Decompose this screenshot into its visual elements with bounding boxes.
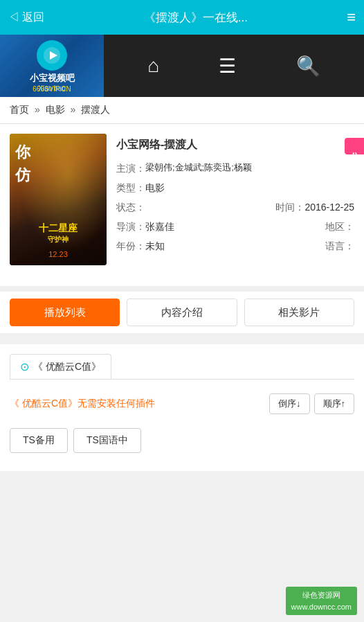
player-divider xyxy=(10,379,354,380)
order-btn-group: 倒序↓ 顺序↑ xyxy=(269,393,354,414)
status-row: 状态： 时间： 2016-12-25 xyxy=(116,197,354,217)
episode-list: TS备用TS国语中 xyxy=(10,420,354,461)
share-button[interactable]: 分享 xyxy=(345,138,364,154)
breadcrumb-home[interactable]: 首页 xyxy=(10,104,29,115)
breadcrumb-current: 摆渡人 xyxy=(81,104,110,115)
desc-order-button[interactable]: 倒序↓ xyxy=(269,393,310,414)
tab-row: 播放列表 内容介绍 相关影片 xyxy=(0,292,364,333)
cast-label: 主演： xyxy=(116,159,145,178)
poster-date: 12.23 xyxy=(10,250,107,258)
menu-icon[interactable]: ≡ xyxy=(347,8,356,26)
region-label: 地区： xyxy=(325,217,354,236)
tab-intro[interactable]: 内容介绍 xyxy=(127,299,237,326)
tab-playlist[interactable]: 播放列表 xyxy=(10,299,120,326)
poster-title: 十二星座 守护神 xyxy=(10,222,107,245)
player-section: ⊙ 《 优酷云C值》 《 优酷云C值》无需安装任何插件 倒序↓ 顺序↑ TS备用… xyxy=(0,344,364,471)
poster-image: 你 仿 十二星座 守护神 12.23 xyxy=(10,134,107,265)
banner-nav: ⌂ ☰ 🔍 xyxy=(104,55,364,78)
type-value: 电影 xyxy=(145,178,165,197)
list-icon[interactable]: ☰ xyxy=(219,55,236,78)
language-label: 语言： xyxy=(325,236,354,256)
type-row: 类型： 电影 xyxy=(116,178,354,197)
breadcrumb-cat[interactable]: 电影 xyxy=(46,104,65,115)
notice-row: 《 优酷云C值》无需安装任何插件 倒序↓ 顺序↑ xyxy=(10,388,354,420)
logo-url: 666SVIP.CN xyxy=(0,85,104,93)
status-label: 状态： xyxy=(116,197,145,217)
watermark-line1: 绿色资源网 xyxy=(291,589,352,601)
movie-details: 小宝网络-摆渡人 主演： 梁朝伟;金城武;陈奕迅;杨颖 类型： 电影 状态： 时… xyxy=(116,134,354,265)
notice-text: 《 优酷云C值》无需安装任何插件 xyxy=(10,398,155,410)
movie-title: 小宝网络-摆渡人 xyxy=(116,134,354,156)
back-button[interactable]: ◁ 返回 xyxy=(8,10,44,25)
type-label: 类型： xyxy=(116,178,145,197)
year-label: 年份： xyxy=(116,236,145,256)
breadcrumb: 首页 » 电影 » 摆渡人 xyxy=(0,97,364,124)
episode-button[interactable]: TS国语中 xyxy=(73,428,141,453)
tab-related[interactable]: 相关影片 xyxy=(244,299,354,326)
player-tab[interactable]: ⊙ 《 优酷云C值》 xyxy=(10,354,111,379)
time-label: 时间： xyxy=(275,197,304,217)
movie-content: 分享 你 仿 十二星座 守护神 12.23 小宝网络-摆渡人 主演： xyxy=(0,124,364,286)
watermark-line2: www.downcc.com xyxy=(291,601,352,613)
year-row: 年份： 未知 语言： xyxy=(116,236,354,256)
director-value: 张嘉佳 xyxy=(145,217,174,236)
play-circle-icon: ⊙ xyxy=(20,360,29,373)
player-tab-label: 《 优酷云C值》 xyxy=(33,361,101,373)
banner-area: 小宝视频吧 Xiao bao 666SVIP.CN ⌂ ☰ 🔍 xyxy=(0,35,364,97)
poster-text-top: 你 仿 xyxy=(15,141,30,186)
breadcrumb-sep2: » xyxy=(70,104,75,115)
header: ◁ 返回 《摆渡人》一在线... ≡ xyxy=(0,0,364,35)
cast-value: 梁朝伟;金城武;陈奕迅;杨颖 xyxy=(145,159,252,178)
page-title: 《摆渡人》一在线... xyxy=(44,10,347,26)
movie-info: 你 仿 十二星座 守护神 12.23 小宝网络-摆渡人 主演： 梁朝伟;金城武;… xyxy=(10,134,354,265)
back-label: ◁ 返回 xyxy=(8,10,44,25)
watermark: 绿色资源网 www.downcc.com xyxy=(286,587,357,615)
year-value: 未知 xyxy=(145,236,165,256)
section-divider xyxy=(0,286,364,292)
banner-logo: 小宝视频吧 Xiao bao 666SVIP.CN xyxy=(0,35,104,97)
section-divider2 xyxy=(0,333,364,339)
episode-button[interactable]: TS备用 xyxy=(10,428,68,453)
director-row: 导演： 张嘉佳 地区： xyxy=(116,217,354,236)
logo-circle xyxy=(37,40,67,71)
cast-row: 主演： 梁朝伟;金城武;陈奕迅;杨颖 xyxy=(116,159,354,178)
time-value: 2016-12-25 xyxy=(304,197,354,217)
player-tab-row: ⊙ 《 优酷云C值》 xyxy=(10,354,354,379)
breadcrumb-sep1: » xyxy=(35,104,40,115)
asc-order-button[interactable]: 顺序↑ xyxy=(314,393,355,414)
home-icon[interactable]: ⌂ xyxy=(147,55,159,77)
logo-text: 小宝视频吧 xyxy=(30,72,75,85)
search-icon[interactable]: 🔍 xyxy=(296,55,320,78)
director-label: 导演： xyxy=(116,217,145,236)
movie-poster: 你 仿 十二星座 守护神 12.23 xyxy=(10,134,107,265)
